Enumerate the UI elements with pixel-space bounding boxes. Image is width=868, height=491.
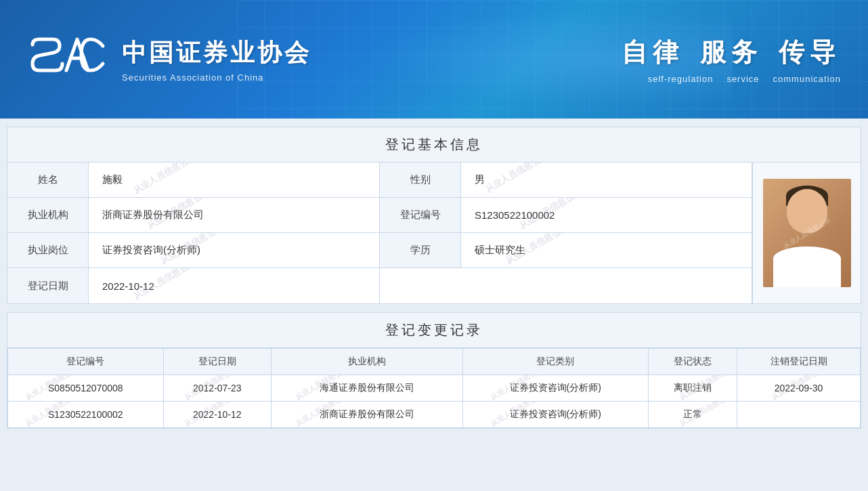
- org-name-cn: 中国证券业协会: [122, 37, 311, 70]
- cell-1-4: 正常从业人员信息公示: [648, 402, 737, 428]
- photo-placeholder: 从业人员信息公示: [763, 179, 851, 287]
- photo-watermark: 从业人员信息公示: [781, 215, 832, 251]
- motto-en-1: self-regulation: [648, 74, 714, 84]
- basic-info-title: 登记基本信息: [385, 137, 483, 152]
- sac-logo: [27, 33, 108, 87]
- cell-1-1: 2022-10-12从业人员信息公示: [163, 402, 272, 428]
- col-header-regno: 登记编号: [8, 349, 164, 375]
- empty-cell: [380, 268, 752, 303]
- regno-value: S1230522100002 从业人员信息公示: [461, 198, 752, 232]
- motto-cn-2: 服务: [700, 35, 762, 70]
- motto-cn-1: 自律: [622, 35, 684, 70]
- gender-label: 性别: [380, 163, 461, 197]
- basic-info-title-row: 登记基本信息: [7, 127, 861, 163]
- basic-info-section: 登记基本信息 姓名 施毅 从业人员信息公示 性别: [7, 127, 861, 304]
- empty-pair: [380, 268, 752, 303]
- table-row: S0850512070008从业人员信息公示2012-07-23从业人员信息公示…: [8, 375, 861, 402]
- motto-cn-3: 传导: [779, 35, 841, 70]
- institution-value: 浙商证券股份有限公司 从业人员信息公示: [89, 198, 379, 232]
- change-records-title-row: 登记变更记录: [7, 313, 861, 348]
- cell-1-3: 证券投资咨询(分析师)从业人员信息公示: [462, 402, 648, 428]
- logo-area: 中国证券业协会 Securities Association of China: [27, 33, 311, 87]
- info-left: 姓名 施毅 从业人员信息公示 性别 男 从业人员信息公示: [7, 163, 752, 303]
- institution-label: 执业机构: [7, 198, 89, 232]
- position-row: 执业岗位 证券投资咨询(分析师) 从业人员信息公示 学历 硕士研究生 从业人员信…: [7, 233, 752, 268]
- cell-0-0: S0850512070008从业人员信息公示: [8, 375, 164, 402]
- records-table: 登记编号 登记日期 执业机构 登记类别 登记状态 注销登记日期 S0850512…: [7, 348, 861, 428]
- cell-0-2: 海通证券股份有限公司从业人员信息公示: [272, 375, 463, 402]
- name-value: 施毅 从业人员信息公示: [89, 163, 379, 197]
- institution-pair: 执业机构 浙商证券股份有限公司 从业人员信息公示: [7, 198, 379, 232]
- change-records-section: 登记变更记录 登记编号 登记日期 执业机构 登记类别 登记状态 注销登记日期 S…: [7, 312, 861, 429]
- position-label: 执业岗位: [7, 233, 89, 268]
- basic-info-table: 姓名 施毅 从业人员信息公示 性别 男 从业人员信息公示: [7, 163, 861, 303]
- institution-row: 执业机构 浙商证券股份有限公司 从业人员信息公示 登记编号 S123052210…: [7, 198, 752, 233]
- table-row: S1230522100002从业人员信息公示2022-10-12从业人员信息公示…: [8, 402, 861, 428]
- name-label: 姓名: [7, 163, 89, 197]
- col-header-institution: 执业机构: [272, 349, 463, 375]
- name-pair: 姓名 施毅 从业人员信息公示: [7, 163, 379, 197]
- regno-label: 登记编号: [380, 198, 461, 232]
- regno-pair: 登记编号 S1230522100002 从业人员信息公示: [380, 198, 752, 232]
- change-records-title: 登记变更记录: [385, 322, 483, 337]
- main-content: 登记基本信息 姓名 施毅 从业人员信息公示 性别: [0, 119, 868, 445]
- table-header-row: 登记编号 登记日期 执业机构 登记类别 登记状态 注销登记日期: [8, 349, 861, 375]
- motto-en: self-regulation service communication: [648, 74, 841, 84]
- page-header: 中国证券业协会 Securities Association of China …: [0, 0, 868, 119]
- education-label: 学历: [380, 233, 461, 268]
- position-value: 证券投资咨询(分析师) 从业人员信息公示: [89, 233, 379, 268]
- col-header-status: 登记状态: [648, 349, 737, 375]
- org-name-en: Securities Association of China: [122, 72, 311, 83]
- date-label: 登记日期: [7, 268, 89, 303]
- header-motto: 自律 服务 传导 self-regulation service communi…: [622, 35, 841, 84]
- col-header-date: 登记日期: [163, 349, 272, 375]
- cell-0-5: 2022-09-30从业人员信息公示: [737, 375, 861, 402]
- motto-cn: 自律 服务 传导: [622, 35, 841, 70]
- org-name: 中国证券业协会 Securities Association of China: [122, 37, 311, 83]
- gender-value: 男 从业人员信息公示: [461, 163, 752, 197]
- cell-1-2: 浙商证券股份有限公司从业人员信息公示: [272, 402, 463, 428]
- col-header-cancel: 注销登记日期: [737, 349, 861, 375]
- date-row: 登记日期 2022-10-12 从业人员信息公示: [7, 268, 752, 303]
- education-pair: 学历 硕士研究生 从业人员信息公示: [380, 233, 752, 268]
- col-header-category: 登记类别: [462, 349, 648, 375]
- motto-en-3: communication: [773, 74, 841, 84]
- date-value: 2022-10-12 从业人员信息公示: [89, 268, 379, 303]
- cell-0-1: 2012-07-23从业人员信息公示: [163, 375, 272, 402]
- cell-1-5: [737, 402, 861, 428]
- cell-0-4: 离职注销从业人员信息公示: [648, 375, 737, 402]
- name-gender-row: 姓名 施毅 从业人员信息公示 性别 男 从业人员信息公示: [7, 163, 752, 198]
- date-pair: 登记日期 2022-10-12 从业人员信息公示: [7, 268, 379, 303]
- watermark-2: 从业人员信息公示: [483, 163, 550, 196]
- watermark-1: 从业人员信息公示: [131, 163, 198, 197]
- person-photo: 从业人员信息公示: [752, 163, 861, 303]
- cell-1-0: S1230522100002从业人员信息公示: [8, 402, 164, 428]
- motto-en-2: service: [726, 74, 759, 84]
- gender-pair: 性别 男 从业人员信息公示: [380, 163, 752, 197]
- education-value: 硕士研究生 从业人员信息公示: [461, 233, 752, 268]
- cell-0-3: 证券投资咨询(分析师)从业人员信息公示: [462, 375, 648, 402]
- position-pair: 执业岗位 证券投资咨询(分析师) 从业人员信息公示: [7, 233, 379, 268]
